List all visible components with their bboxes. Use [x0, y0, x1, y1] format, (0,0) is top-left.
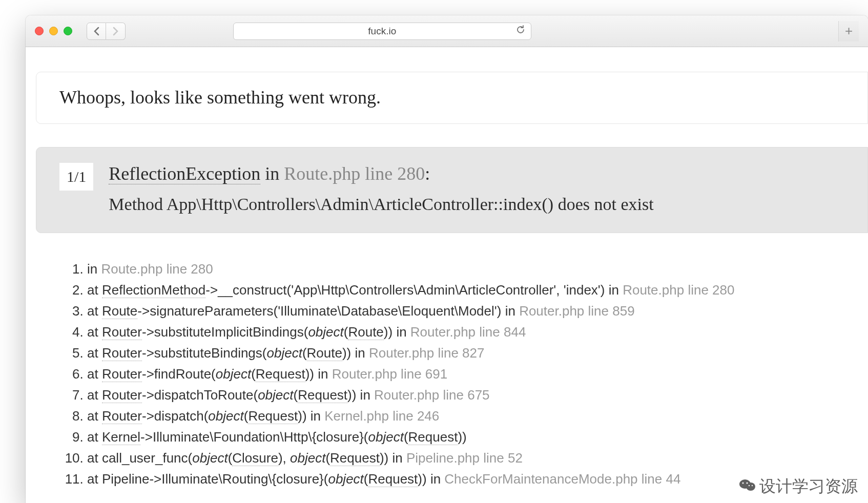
trace-arg[interactable]: Request	[298, 387, 347, 403]
svg-point-4	[749, 485, 750, 486]
trace-class[interactable]: Router	[102, 324, 142, 340]
trace-class[interactable]: Router	[102, 408, 142, 424]
watermark-text: 设计学习资源	[759, 475, 858, 498]
page-content: Whoops, looks like something went wrong.…	[26, 47, 868, 490]
exception-colon: :	[425, 163, 430, 184]
minimize-window-button[interactable]	[49, 27, 58, 35]
trace-line: at Router->findRoute(object(Request)) in…	[87, 364, 868, 385]
trace-line: at Router->dispatchToRoute(object(Reques…	[87, 385, 868, 406]
trace-file[interactable]: Router.php line 827	[369, 345, 485, 361]
reload-icon[interactable]	[515, 25, 526, 37]
trace-object: object	[328, 471, 363, 487]
trace-file[interactable]: Pipeline.php line 52	[406, 450, 523, 466]
trace-line: at Kernel->Illuminate\Foundation\Http\{c…	[87, 427, 868, 448]
trace-object: object	[208, 408, 243, 424]
trace-arg[interactable]: Request	[256, 366, 305, 382]
trace-line: at Router->dispatch(object(Request)) in …	[87, 406, 868, 427]
trace-class[interactable]: ReflectionMethod	[102, 282, 205, 298]
traffic-lights	[35, 27, 72, 35]
stack-trace: in Route.php line 280at ReflectionMethod…	[56, 259, 868, 490]
trace-class[interactable]: Router	[102, 387, 142, 403]
trace-object: object	[258, 387, 293, 403]
chevron-left-icon	[93, 27, 99, 36]
url-bar[interactable]: fuck.io	[233, 23, 531, 40]
svg-point-3	[747, 482, 748, 484]
trace-object: object	[368, 429, 404, 445]
exception-title: ReflectionException in Route.php line 28…	[109, 163, 844, 184]
trace-line: at Router->substituteImplicitBindings(ob…	[87, 322, 868, 343]
trace-line: at call_user_func(object(Closure), objec…	[87, 448, 868, 469]
exception-counter: 1/1	[59, 163, 93, 191]
trace-object: object	[267, 345, 302, 361]
trace-file[interactable]: Router.php line 859	[519, 303, 635, 319]
trace-file[interactable]: CheckForMaintenanceMode.php line 44	[444, 471, 680, 487]
trace-line: in Route.php line 280	[87, 259, 868, 280]
trace-object: object	[290, 450, 325, 466]
trace-arg[interactable]: Route	[307, 345, 342, 361]
trace-line: at ReflectionMethod->__construct('App\Ht…	[87, 280, 868, 301]
trace-file[interactable]: Router.php line 844	[410, 324, 526, 340]
trace-arg[interactable]: Request	[368, 471, 418, 487]
trace-object: object	[216, 366, 251, 382]
trace-file[interactable]: Route.php line 280	[101, 261, 213, 277]
close-window-button[interactable]	[35, 27, 44, 35]
trace-arg[interactable]: Closure	[232, 450, 278, 466]
trace-line: at Route->signatureParameters('Illuminat…	[87, 301, 868, 322]
page-heading: Whoops, looks like something went wrong.	[36, 72, 868, 124]
trace-arg[interactable]: Route	[348, 324, 383, 340]
trace-arg[interactable]: Request	[330, 450, 380, 466]
trace-class[interactable]: Route	[102, 303, 137, 319]
url-text: fuck.io	[368, 26, 396, 37]
trace-file[interactable]: Router.php line 691	[332, 366, 448, 382]
back-button[interactable]	[87, 23, 106, 40]
exception-name[interactable]: ReflectionException	[109, 163, 260, 184]
trace-line: at Router->substituteBindings(object(Rou…	[87, 343, 868, 364]
trace-file[interactable]: Router.php line 675	[374, 387, 490, 403]
trace-object: object	[308, 324, 343, 340]
titlebar: fuck.io +	[26, 15, 868, 47]
plus-icon: +	[845, 23, 853, 39]
exception-body: ReflectionException in Route.php line 28…	[109, 163, 844, 214]
exception-message: Method App\Http\Controllers\Admin\Articl…	[109, 195, 844, 214]
trace-file[interactable]: Route.php line 280	[623, 282, 734, 298]
trace-class[interactable]: Router	[102, 345, 142, 361]
watermark: 设计学习资源	[739, 475, 858, 498]
new-tab-button[interactable]: +	[838, 21, 859, 41]
forward-button[interactable]	[106, 23, 126, 40]
nav-buttons	[87, 23, 126, 40]
svg-point-1	[746, 483, 755, 491]
exception-panel: 1/1 ReflectionException in Route.php lin…	[36, 147, 868, 233]
trace-class[interactable]: Router	[102, 366, 142, 382]
browser-window: fuck.io + Whoops, looks like something w…	[26, 15, 868, 503]
trace-file[interactable]: Kernel.php line 246	[324, 408, 439, 424]
svg-point-2	[742, 482, 744, 484]
chevron-right-icon	[113, 27, 119, 36]
trace-object: object	[192, 450, 228, 466]
exception-in: in	[260, 163, 284, 184]
wechat-icon	[739, 477, 756, 496]
maximize-window-button[interactable]	[64, 27, 72, 35]
svg-point-5	[752, 485, 753, 486]
exception-file[interactable]: Route.php line 280	[284, 163, 425, 184]
trace-arg[interactable]: Request	[408, 429, 458, 445]
trace-class[interactable]: Kernel	[102, 429, 140, 445]
trace-arg[interactable]: Request	[248, 408, 298, 424]
